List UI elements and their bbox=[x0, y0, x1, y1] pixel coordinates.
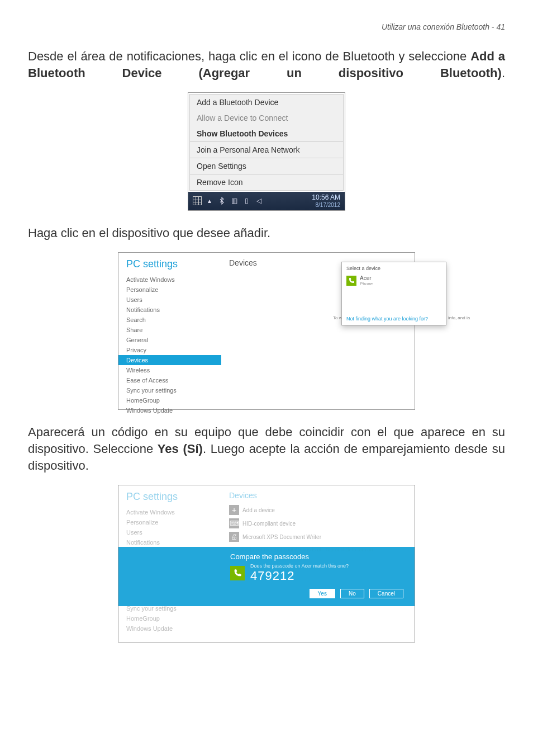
plus-icon: + bbox=[229, 505, 239, 515]
add-device-row[interactable]: + Add a device bbox=[229, 503, 407, 517]
pc-settings-figure-1: PC settings Activate Windows Personalize… bbox=[118, 252, 415, 410]
pc-settings-figure-2: PC settings Activate Windows Personalize… bbox=[118, 485, 415, 642]
menu-remove-icon[interactable]: Remove Icon bbox=[190, 174, 343, 190]
taskbar: ▴ ▥ ▯ ◁ 10:56 AM 8/17/2012 bbox=[188, 192, 345, 210]
battery-icon[interactable]: ▯ bbox=[242, 196, 251, 205]
sidebar-activate-windows[interactable]: Activate Windows bbox=[126, 275, 221, 285]
tray-chevron-icon[interactable]: ▴ bbox=[205, 196, 214, 205]
sidebar-wireless[interactable]: Wireless bbox=[126, 365, 221, 375]
pc-settings-title-2: PC settings bbox=[126, 491, 221, 503]
sidebar-search[interactable]: Search bbox=[126, 315, 221, 325]
bluetooth-icon[interactable] bbox=[217, 196, 226, 205]
hid-icon: ⌨ bbox=[229, 518, 239, 528]
taskbar-clock: 10:56 AM 8/17/2012 bbox=[312, 194, 340, 207]
xps-label: Microsoft XPS Document Writer bbox=[242, 534, 321, 540]
sidebar-sync-settings[interactable]: Sync your settings bbox=[126, 385, 221, 395]
sidebar2-windows-update[interactable]: Windows Update bbox=[126, 623, 221, 634]
sidebar-privacy[interactable]: Privacy bbox=[126, 345, 221, 355]
sidebar-devices[interactable]: Devices bbox=[118, 355, 221, 365]
para1-post: . bbox=[502, 66, 505, 80]
printer-icon: 🖨 bbox=[229, 532, 239, 542]
select-device-popup: Select a device Acer Phone Not finding w… bbox=[341, 262, 446, 325]
pc-settings-main: Devices nections ice software (drivers, … bbox=[221, 253, 415, 409]
sidebar-personalize[interactable]: Personalize bbox=[126, 285, 221, 295]
popup-title: Select a device bbox=[346, 266, 441, 271]
sidebar2-homegroup[interactable]: HomeGroup bbox=[126, 613, 221, 623]
yes-button[interactable]: Yes bbox=[310, 589, 335, 598]
paragraph-2: Haga clic en el dispositivo que desee añ… bbox=[28, 225, 505, 242]
keyboard-grid-icon bbox=[193, 196, 202, 205]
device-acer-phone[interactable]: Acer Phone bbox=[346, 273, 441, 288]
volume-icon[interactable]: ◁ bbox=[254, 196, 263, 205]
no-button[interactable]: No bbox=[340, 589, 364, 598]
sidebar-homegroup[interactable]: HomeGroup bbox=[126, 395, 221, 405]
bluetooth-context-menu: Add a Bluetooth Device Allow a Device to… bbox=[188, 92, 345, 210]
sidebar2-notifications[interactable]: Notifications bbox=[126, 537, 221, 547]
banner-title: Compare the passcodes bbox=[230, 552, 403, 561]
para3-bold: Yes (Sí) bbox=[158, 442, 203, 456]
add-device-label: Add a device bbox=[242, 507, 275, 513]
banner-question: Does the passcode on Acer match this one… bbox=[250, 563, 349, 569]
sidebar-windows-update[interactable]: Windows Update bbox=[126, 405, 221, 415]
menu-show-bluetooth-devices[interactable]: Show Bluetooth Devices bbox=[190, 126, 343, 141]
paragraph-3: Aparecerá un código en su equipo que deb… bbox=[28, 424, 505, 474]
main-title-devices-2: Devices bbox=[229, 491, 407, 500]
cancel-button[interactable]: Cancel bbox=[369, 589, 403, 598]
phone-icon bbox=[346, 276, 356, 286]
clock-time: 10:56 AM bbox=[312, 194, 340, 201]
sidebar-users[interactable]: Users bbox=[126, 295, 221, 305]
sidebar2-personalize[interactable]: Personalize bbox=[126, 517, 221, 527]
para1-pre: Desde el área de notificaciones, haga cl… bbox=[28, 49, 470, 63]
menu-add-bluetooth-device[interactable]: Add a Bluetooth Device bbox=[190, 94, 343, 110]
passcode-value: 479212 bbox=[250, 569, 349, 583]
sidebar-share[interactable]: Share bbox=[126, 325, 221, 335]
device-name-acer: Acer bbox=[360, 275, 373, 281]
paragraph-1: Desde el área de notificaciones, haga cl… bbox=[28, 48, 505, 81]
phone-icon-large bbox=[230, 566, 245, 580]
pc-settings-title: PC settings bbox=[126, 258, 221, 270]
sidebar2-users[interactable]: Users bbox=[126, 527, 221, 537]
sidebar-ease-of-access[interactable]: Ease of Access bbox=[126, 375, 221, 385]
compare-passcodes-banner: Compare the passcodes Does the passcode … bbox=[118, 547, 415, 606]
menu-open-settings[interactable]: Open Settings bbox=[190, 158, 343, 174]
network-icon[interactable]: ▥ bbox=[230, 196, 239, 205]
xps-device-row[interactable]: 🖨 Microsoft XPS Document Writer bbox=[229, 530, 407, 544]
device-type-phone: Phone bbox=[360, 281, 373, 286]
hid-label: HID-compliant device bbox=[242, 521, 296, 527]
sidebar2-activate-windows[interactable]: Activate Windows bbox=[126, 507, 221, 517]
not-finding-link[interactable]: Not finding what you are looking for? bbox=[346, 316, 441, 322]
sidebar-general[interactable]: General bbox=[126, 335, 221, 345]
menu-allow-device-connect[interactable]: Allow a Device to Connect bbox=[190, 110, 343, 126]
menu-join-pan[interactable]: Join a Personal Area Network bbox=[190, 142, 343, 158]
pc-settings-sidebar: PC settings Activate Windows Personalize… bbox=[118, 253, 221, 409]
page-header: Utilizar una conexión Bluetooth - 41 bbox=[28, 22, 505, 31]
sidebar-notifications[interactable]: Notifications bbox=[126, 305, 221, 315]
clock-date: 8/17/2012 bbox=[312, 202, 340, 208]
hid-device-row[interactable]: ⌨ HID-compliant device bbox=[229, 517, 407, 530]
